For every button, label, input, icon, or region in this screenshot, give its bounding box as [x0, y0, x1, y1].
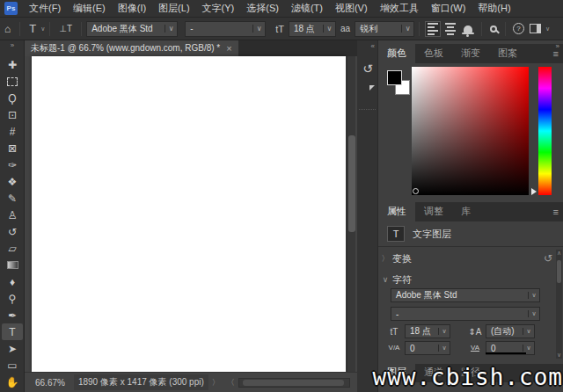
zoom-level-field[interactable]: 66.67%: [32, 376, 69, 389]
tool-dodge[interactable]: ⚲: [2, 290, 23, 307]
font-size-icon: tT: [271, 24, 289, 34]
gradient-icon: [7, 261, 18, 269]
history-panel-icon[interactable]: ↺: [357, 62, 378, 76]
hue-slider-thumb[interactable]: [531, 188, 540, 195]
menu-type[interactable]: 文字(Y): [196, 0, 241, 17]
tool-hand[interactable]: ✋: [2, 374, 23, 390]
history-brush-icon: ↺: [8, 226, 17, 238]
text-orientation-icon[interactable]: ⊥T: [55, 24, 77, 33]
warp-text-button[interactable]: [460, 21, 476, 37]
align-center-icon: [445, 23, 456, 35]
toolbar-expand-icon[interactable]: »: [0, 40, 25, 51]
tool-object-selection[interactable]: ⊡: [2, 106, 23, 123]
canvas[interactable]: [32, 56, 346, 372]
properties-panel-tabs: 属性 调整 库: [378, 202, 563, 221]
scroll-left-icon[interactable]: 〈: [227, 377, 235, 388]
panel-menu-icon[interactable]: ≡: [553, 207, 559, 217]
tracking-icon: VA: [466, 344, 484, 352]
horizontal-scrollbar-thumb[interactable]: [243, 380, 344, 386]
menu-window[interactable]: 窗口(W): [425, 0, 472, 17]
tools-panel: » ✚ Ϙ ⊡ # ⊠ ✑ ❖ ✎ ♙ ↺ ▱ ♦ ⚲ ✒ T ➤ ▭ ✋: [0, 40, 25, 392]
character-font-style-select[interactable]: - ∨: [391, 307, 540, 321]
help-icon[interactable]: ?: [513, 23, 524, 34]
tool-move[interactable]: ✚: [2, 56, 23, 73]
tab-adjustments[interactable]: 调整: [415, 202, 452, 221]
tool-eraser[interactable]: ▱: [2, 240, 23, 257]
tab-color[interactable]: 颜色: [378, 44, 415, 63]
close-icon[interactable]: ×: [226, 43, 231, 54]
menu-select[interactable]: 选择(S): [240, 0, 285, 17]
path-selection-icon: ➤: [8, 343, 17, 355]
menu-file[interactable]: 文件(F): [23, 0, 67, 17]
tool-blur[interactable]: ♦: [2, 273, 23, 290]
tab-properties[interactable]: 属性: [378, 202, 415, 221]
type-tool-preset-icon[interactable]: T: [25, 22, 40, 35]
scroll-down-icon[interactable]: ∨: [556, 352, 562, 359]
font-style-value: -: [186, 24, 252, 33]
menu-image[interactable]: 图像(I): [112, 0, 152, 17]
vertical-scrollbar-thumb[interactable]: [348, 135, 355, 232]
properties-scrollbar-thumb[interactable]: [557, 260, 561, 283]
layer-type-label: 文字图层: [413, 228, 451, 241]
anti-alias-select[interactable]: 锐利 ∨: [355, 21, 414, 37]
tab-patterns[interactable]: 图案: [489, 44, 526, 63]
align-center-button[interactable]: [442, 21, 458, 37]
collapse-panels-icon[interactable]: »: [556, 42, 559, 50]
type-tool-icon: T: [9, 326, 15, 338]
chevron-down-icon[interactable]: ∨: [545, 25, 550, 33]
scroll-up-icon[interactable]: ∧: [556, 250, 562, 257]
document-tab[interactable]: 未标题-1 @ 66.7% (www.gndown.com, RGB/8) * …: [25, 40, 238, 56]
character-font-family-select[interactable]: Adobe 黑体 Std ∨: [391, 288, 540, 302]
transform-section-header[interactable]: 〉 变换 ↺: [378, 250, 552, 267]
tab-gradients[interactable]: 渐变: [452, 44, 489, 63]
color-picker-field[interactable]: [412, 67, 529, 195]
tool-brush[interactable]: ✎: [2, 190, 23, 207]
tool-eyedropper[interactable]: ✑: [2, 156, 23, 173]
hue-slider[interactable]: [538, 67, 552, 195]
home-icon[interactable]: ⌂: [0, 23, 15, 35]
status-menu-chevron-icon[interactable]: 〉: [212, 377, 220, 388]
tab-libraries[interactable]: 库: [452, 202, 479, 221]
tool-gradient[interactable]: [2, 257, 23, 273]
font-size-select[interactable]: 18 点 ∨: [289, 21, 336, 37]
tool-frame[interactable]: ⊠: [2, 140, 23, 156]
properties-scrollbar[interactable]: ∧ ∨: [556, 250, 562, 359]
chevron-down-icon: ∨: [401, 25, 413, 33]
search-icon[interactable]: [490, 25, 497, 33]
tool-rectangle[interactable]: ▭: [2, 357, 23, 374]
expand-panels-icon[interactable]: «: [371, 42, 375, 50]
reset-transform-icon[interactable]: ↺: [544, 252, 552, 265]
horizontal-scrollbar[interactable]: [238, 378, 350, 388]
color-cursor[interactable]: [413, 188, 419, 194]
foreground-color-swatch[interactable]: [387, 70, 402, 85]
pen-icon: ✒: [8, 309, 17, 322]
tool-pen[interactable]: ✒: [2, 307, 23, 323]
menu-help[interactable]: 帮助(H): [472, 0, 516, 17]
workspace-icon[interactable]: [530, 24, 541, 33]
tab-swatches[interactable]: 色板: [415, 44, 452, 63]
tool-spot-healing-brush[interactable]: ❖: [2, 173, 23, 190]
character-section-header[interactable]: ∨ 字符: [378, 271, 552, 288]
menu-filter[interactable]: 滤镜(T): [285, 0, 329, 17]
character-size-select[interactable]: 18 点 ∨: [405, 324, 450, 338]
tool-path-selection[interactable]: ➤: [2, 340, 23, 357]
tool-lasso[interactable]: Ϙ: [2, 90, 23, 106]
font-family-select[interactable]: Adobe 黑体 Std ∨: [86, 21, 178, 37]
document-area: 未标题-1 @ 66.7% (www.gndown.com, RGB/8) * …: [25, 40, 357, 392]
tool-crop[interactable]: #: [2, 123, 23, 140]
menu-plugins[interactable]: 增效工具: [374, 0, 425, 17]
font-style-select[interactable]: - ∨: [185, 21, 266, 37]
tool-preset-chevron-icon[interactable]: ∨: [40, 25, 45, 33]
character-kerning-select[interactable]: 0 ∨: [405, 341, 450, 355]
tool-type[interactable]: T: [2, 323, 23, 340]
tool-rectangular-marquee[interactable]: [2, 73, 23, 90]
vertical-scrollbar[interactable]: [347, 56, 355, 372]
crop-icon: #: [10, 126, 16, 138]
menu-layer[interactable]: 图层(L): [152, 0, 195, 17]
character-leading-select[interactable]: (自动) ∨: [486, 324, 535, 338]
align-left-button[interactable]: [425, 21, 441, 37]
menu-view[interactable]: 视图(V): [329, 0, 374, 17]
menu-edit[interactable]: 编辑(E): [67, 0, 112, 17]
tool-clone-stamp[interactable]: ♙: [2, 207, 23, 223]
tool-history-brush[interactable]: ↺: [2, 223, 23, 240]
